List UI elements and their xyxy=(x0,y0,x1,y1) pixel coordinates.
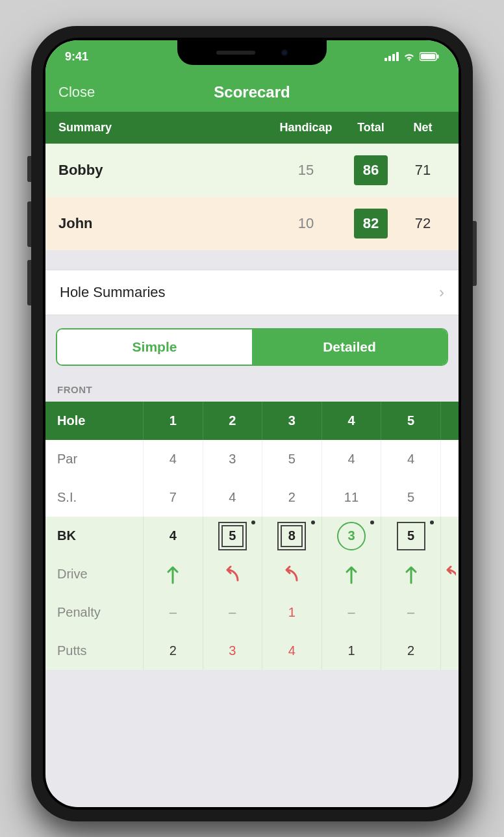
status-time: 9:41 xyxy=(65,50,88,64)
player-handicap: 15 xyxy=(270,162,342,179)
putts-label: Putts xyxy=(45,632,143,670)
nav-bar: Close Scorecard xyxy=(45,73,459,112)
par-cell: 4 xyxy=(321,440,381,478)
drive-cell xyxy=(381,555,440,593)
penalty-cell: – xyxy=(143,593,203,632)
battery-icon xyxy=(420,52,439,61)
player-handicap: 10 xyxy=(270,215,342,232)
player-name: John xyxy=(58,215,270,232)
curve-left-icon xyxy=(443,565,456,584)
bk-cell[interactable]: 5 xyxy=(203,517,262,555)
double-bogey-icon: 5 xyxy=(218,522,247,550)
hole-summaries-label: Hole Summaries xyxy=(60,284,166,301)
drive-label: Drive xyxy=(45,555,143,593)
player-net: 72 xyxy=(400,215,446,232)
bk-row: BK 4 5 8 3 5 xyxy=(45,517,459,555)
close-button[interactable]: Close xyxy=(58,84,95,101)
player-total: 82 xyxy=(342,209,400,238)
svg-rect-0 xyxy=(384,58,387,61)
score-table: Hole 1 2 3 4 5 Par 4 3 5 4 4 xyxy=(45,402,459,670)
penalty-row: Penalty – – 1 – – xyxy=(45,593,459,632)
putts-cell: 4 xyxy=(262,632,321,670)
drive-cell xyxy=(262,555,321,593)
hole-col: 4 xyxy=(321,402,381,440)
drive-cell xyxy=(143,555,203,593)
bogey-icon: 5 xyxy=(397,522,425,550)
hole-col: 1 xyxy=(143,402,203,440)
player-row-john[interactable]: John 10 82 72 xyxy=(45,197,459,250)
putts-cell: 3 xyxy=(203,632,262,670)
par-label: Par xyxy=(45,440,143,478)
hole-col: 2 xyxy=(203,402,262,440)
putts-row: Putts 2 3 4 1 2 xyxy=(45,632,459,670)
player-net: 71 xyxy=(400,162,446,179)
toggle-detailed[interactable]: Detailed xyxy=(252,329,447,365)
si-cell: 11 xyxy=(321,478,381,517)
summary-label: Summary xyxy=(58,121,270,135)
page-title: Scorecard xyxy=(214,83,290,101)
penalty-cell: 1 xyxy=(262,593,321,632)
status-indicators xyxy=(384,52,439,61)
dot-icon xyxy=(430,521,434,524)
hole-summaries-row[interactable]: Hole Summaries › xyxy=(45,270,459,315)
svg-rect-5 xyxy=(421,54,435,59)
arrow-up-icon xyxy=(403,565,419,584)
view-toggle: Simple Detailed xyxy=(56,328,448,366)
drive-cell xyxy=(321,555,381,593)
toggle-simple[interactable]: Simple xyxy=(57,329,252,365)
putts-cell: 2 xyxy=(143,632,203,670)
arrow-up-icon xyxy=(344,565,359,584)
dot-icon xyxy=(311,521,315,524)
player-row-bobby[interactable]: Bobby 15 86 71 xyxy=(45,144,459,197)
net-header: Net xyxy=(400,121,446,135)
si-label: S.I. xyxy=(45,478,143,517)
birdie-icon: 3 xyxy=(337,522,366,550)
drive-cell xyxy=(440,555,459,593)
section-front: FRONT xyxy=(45,380,459,402)
player-total: 86 xyxy=(342,155,400,185)
svg-rect-6 xyxy=(437,55,439,58)
bk-cell[interactable]: 5 xyxy=(381,517,440,555)
dot-icon xyxy=(370,521,374,524)
penalty-cell: – xyxy=(381,593,440,632)
dot-icon xyxy=(251,521,255,524)
svg-rect-3 xyxy=(396,52,399,61)
par-cell: 4 xyxy=(143,440,203,478)
si-cell: 2 xyxy=(262,478,321,517)
drive-row: Drive xyxy=(45,555,459,593)
par-cell: 5 xyxy=(262,440,321,478)
hole-label: Hole xyxy=(45,402,143,440)
curve-left-icon xyxy=(223,565,242,584)
si-cell: 4 xyxy=(203,478,262,517)
drive-cell xyxy=(203,555,262,593)
penalty-label: Penalty xyxy=(45,593,143,632)
player-name: Bobby xyxy=(58,162,270,179)
handicap-header: Handicap xyxy=(270,121,342,135)
chevron-right-icon: › xyxy=(439,283,444,302)
bk-cell[interactable]: 8 xyxy=(262,517,321,555)
si-cell: 7 xyxy=(143,478,203,517)
hole-header-row: Hole 1 2 3 4 5 xyxy=(45,402,459,440)
hole-col: 3 xyxy=(262,402,321,440)
summary-header: Summary Handicap Total Net xyxy=(45,112,459,144)
bk-cell[interactable]: 4 xyxy=(143,517,203,555)
penalty-cell: – xyxy=(321,593,381,632)
wifi-icon xyxy=(403,52,416,61)
par-row: Par 4 3 5 4 4 xyxy=(45,440,459,478)
svg-rect-2 xyxy=(392,54,395,61)
si-row: S.I. 7 4 2 11 5 xyxy=(45,478,459,517)
putts-cell: 2 xyxy=(381,632,440,670)
bk-cell[interactable]: 3 xyxy=(321,517,381,555)
double-bogey-icon: 8 xyxy=(277,522,306,550)
curve-left-icon xyxy=(282,565,301,584)
si-cell: 5 xyxy=(381,478,440,517)
arrow-up-icon xyxy=(165,565,181,584)
par-cell: 4 xyxy=(381,440,440,478)
par-cell: 3 xyxy=(203,440,262,478)
putts-cell: 1 xyxy=(321,632,381,670)
hole-col: 5 xyxy=(381,402,440,440)
bk-label: BK xyxy=(45,517,143,555)
svg-rect-1 xyxy=(388,56,391,61)
penalty-cell: – xyxy=(203,593,262,632)
cellular-icon xyxy=(384,52,399,61)
